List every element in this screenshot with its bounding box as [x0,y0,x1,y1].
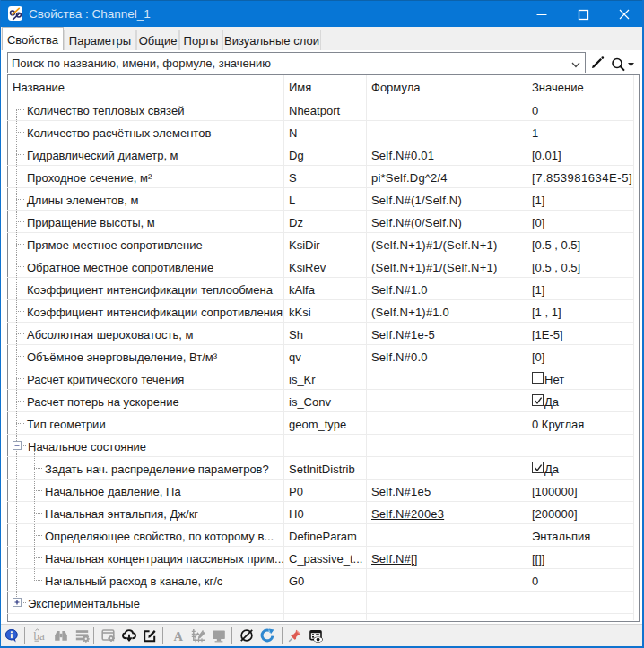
svg-text:ba: ba [34,629,46,643]
svg-text:A: A [174,629,184,644]
